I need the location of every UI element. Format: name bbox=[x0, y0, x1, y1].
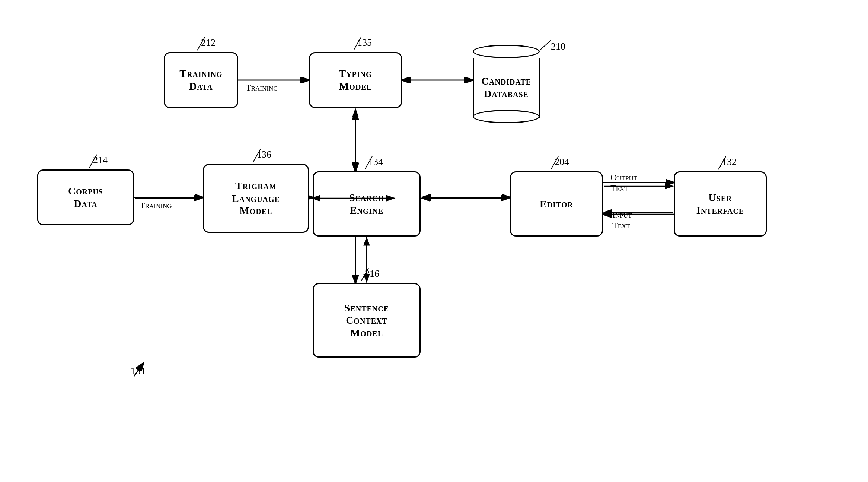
svg-line-14 bbox=[354, 37, 361, 50]
arrows-svg bbox=[0, 0, 868, 482]
svg-line-18 bbox=[365, 156, 372, 169]
svg-line-13 bbox=[197, 37, 205, 50]
ref-line-136 bbox=[238, 145, 268, 168]
ref-line-134 bbox=[350, 153, 380, 175]
training-label-2: Training bbox=[140, 200, 172, 210]
training-data-box: TrainingData bbox=[164, 52, 238, 108]
search-engine-box: SearchEngine bbox=[313, 171, 421, 237]
user-interface-box: UserInterface bbox=[674, 171, 767, 237]
svg-line-15 bbox=[540, 40, 551, 50]
ref-line-204 bbox=[536, 153, 566, 175]
diagram: TrainingData 212 TypingModel 135 Candida… bbox=[0, 0, 868, 482]
svg-line-19 bbox=[551, 156, 558, 169]
cylinder-top bbox=[473, 45, 540, 58]
svg-line-20 bbox=[718, 156, 726, 169]
ref-line-216 bbox=[346, 264, 376, 287]
svg-line-24 bbox=[134, 363, 143, 376]
svg-line-17 bbox=[253, 149, 261, 162]
corpus-data-box: CorpusData bbox=[37, 169, 134, 225]
ref-line-132 bbox=[703, 153, 733, 175]
main-arrows bbox=[0, 0, 868, 482]
ref-line-212 bbox=[182, 34, 212, 56]
sentence-context-model-box: SentenceContextModel bbox=[313, 283, 421, 358]
candidate-database-cylinder: CandidateDatabase bbox=[473, 45, 540, 118]
ref-line-214 bbox=[74, 151, 104, 173]
editor-box: Editor bbox=[510, 171, 603, 237]
figure-ref-arrow bbox=[112, 358, 149, 380]
svg-line-16 bbox=[89, 155, 97, 168]
typing-model-box: TypingModel bbox=[309, 52, 402, 108]
cylinder-bottom-cap bbox=[473, 110, 540, 123]
cylinder-body: CandidateDatabase bbox=[473, 58, 540, 118]
ref-line-135 bbox=[339, 34, 368, 56]
training-label-1: Training bbox=[246, 83, 278, 93]
output-text-label: OutputText bbox=[610, 172, 637, 194]
trigram-model-box: TrigramLanguageModel bbox=[203, 164, 309, 233]
input-text-label: InputText bbox=[612, 209, 632, 231]
svg-line-21 bbox=[361, 268, 368, 281]
